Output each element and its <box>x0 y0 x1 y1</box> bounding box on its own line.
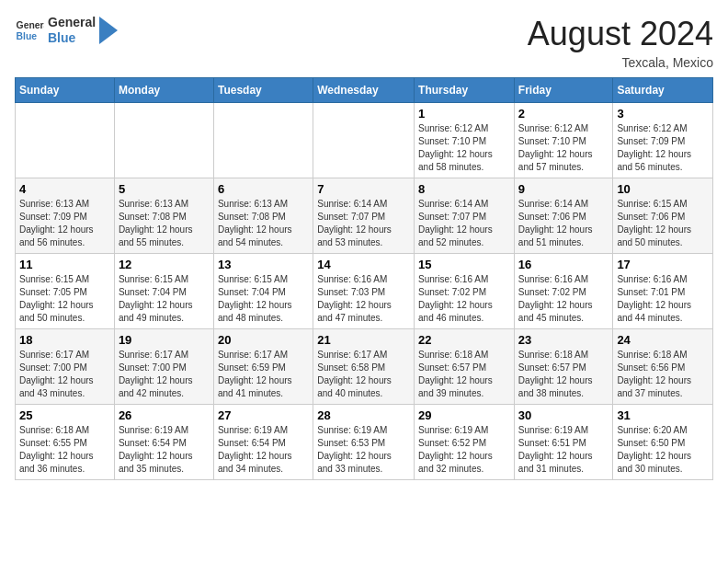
day-info: Sunrise: 6:19 AM Sunset: 6:51 PM Dayligh… <box>518 424 609 476</box>
calendar-cell: 28Sunrise: 6:19 AM Sunset: 6:53 PM Dayli… <box>313 405 415 480</box>
day-info: Sunrise: 6:16 AM Sunset: 7:03 PM Dayligh… <box>317 273 410 325</box>
logo-icon: General Blue <box>15 16 44 45</box>
day-number: 17 <box>617 258 709 271</box>
header-cell-sunday: Sunday <box>16 78 115 103</box>
calendar-cell: 3Sunrise: 6:12 AM Sunset: 7:09 PM Daylig… <box>613 103 713 178</box>
calendar-cell: 20Sunrise: 6:17 AM Sunset: 6:59 PM Dayli… <box>213 329 313 405</box>
calendar-cell: 10Sunrise: 6:15 AM Sunset: 7:06 PM Dayli… <box>613 178 713 254</box>
day-info: Sunrise: 6:16 AM Sunset: 7:02 PM Dayligh… <box>518 273 609 325</box>
day-info: Sunrise: 6:18 AM Sunset: 6:57 PM Dayligh… <box>518 349 609 400</box>
day-number: 15 <box>418 258 510 271</box>
day-info: Sunrise: 6:15 AM Sunset: 7:04 PM Dayligh… <box>218 273 309 325</box>
header-cell-friday: Friday <box>514 78 613 103</box>
header-cell-wednesday: Wednesday <box>313 78 415 103</box>
logo-line1: General <box>48 15 96 30</box>
day-number: 12 <box>119 258 210 271</box>
day-info: Sunrise: 6:16 AM Sunset: 7:01 PM Dayligh… <box>617 273 709 325</box>
day-number: 25 <box>19 408 110 422</box>
calendar-cell: 25Sunrise: 6:18 AM Sunset: 6:55 PM Dayli… <box>16 405 115 480</box>
day-info: Sunrise: 6:17 AM Sunset: 7:00 PM Dayligh… <box>119 349 210 400</box>
calendar-cell <box>313 103 415 178</box>
day-info: Sunrise: 6:20 AM Sunset: 6:50 PM Dayligh… <box>617 424 709 476</box>
day-number: 1 <box>418 107 510 121</box>
calendar-cell: 7Sunrise: 6:14 AM Sunset: 7:07 PM Daylig… <box>313 178 415 254</box>
day-number: 5 <box>119 182 210 196</box>
day-info: Sunrise: 6:12 AM Sunset: 7:10 PM Dayligh… <box>418 122 510 174</box>
day-number: 21 <box>317 333 410 347</box>
day-info: Sunrise: 6:13 AM Sunset: 7:08 PM Dayligh… <box>218 198 309 249</box>
day-info: Sunrise: 6:18 AM Sunset: 6:55 PM Dayligh… <box>19 424 110 476</box>
day-info: Sunrise: 6:17 AM Sunset: 6:59 PM Dayligh… <box>218 349 309 400</box>
day-info: Sunrise: 6:18 AM Sunset: 6:57 PM Dayligh… <box>418 349 510 400</box>
day-number: 8 <box>418 182 510 196</box>
logo: General Blue General Blue <box>15 15 118 46</box>
svg-text:General: General <box>17 20 44 30</box>
calendar-cell: 22Sunrise: 6:18 AM Sunset: 6:57 PM Dayli… <box>415 329 515 405</box>
calendar-cell <box>16 103 115 178</box>
calendar-cell <box>114 103 213 178</box>
day-number: 10 <box>617 182 709 196</box>
day-info: Sunrise: 6:17 AM Sunset: 7:00 PM Dayligh… <box>19 349 110 400</box>
calendar-cell: 26Sunrise: 6:19 AM Sunset: 6:54 PM Dayli… <box>114 405 213 480</box>
month-year-title: August 2024 <box>528 15 713 53</box>
day-number: 19 <box>119 333 210 347</box>
day-number: 3 <box>617 107 709 121</box>
day-info: Sunrise: 6:15 AM Sunset: 7:06 PM Dayligh… <box>617 198 709 249</box>
calendar-body: 1Sunrise: 6:12 AM Sunset: 7:10 PM Daylig… <box>16 103 713 480</box>
day-info: Sunrise: 6:13 AM Sunset: 7:08 PM Dayligh… <box>119 198 210 249</box>
svg-marker-3 <box>99 17 118 44</box>
day-number: 11 <box>19 258 110 271</box>
day-info: Sunrise: 6:13 AM Sunset: 7:09 PM Dayligh… <box>19 198 110 249</box>
day-number: 7 <box>317 182 410 196</box>
calendar-cell: 18Sunrise: 6:17 AM Sunset: 7:00 PM Dayli… <box>16 329 115 405</box>
day-info: Sunrise: 6:19 AM Sunset: 6:54 PM Dayligh… <box>119 424 210 476</box>
calendar-cell: 13Sunrise: 6:15 AM Sunset: 7:04 PM Dayli… <box>213 254 313 329</box>
calendar-cell: 1Sunrise: 6:12 AM Sunset: 7:10 PM Daylig… <box>415 103 515 178</box>
calendar-cell: 24Sunrise: 6:18 AM Sunset: 6:56 PM Dayli… <box>613 329 713 405</box>
day-number: 20 <box>218 333 309 347</box>
header-cell-tuesday: Tuesday <box>213 78 313 103</box>
day-number: 30 <box>518 408 609 422</box>
calendar-cell: 15Sunrise: 6:16 AM Sunset: 7:02 PM Dayli… <box>415 254 515 329</box>
calendar-cell: 21Sunrise: 6:17 AM Sunset: 6:58 PM Dayli… <box>313 329 415 405</box>
day-info: Sunrise: 6:17 AM Sunset: 6:58 PM Dayligh… <box>317 349 410 400</box>
day-info: Sunrise: 6:19 AM Sunset: 6:52 PM Dayligh… <box>418 424 510 476</box>
logo-arrow-icon <box>99 17 118 44</box>
day-number: 29 <box>418 408 510 422</box>
day-number: 31 <box>617 408 709 422</box>
calendar-cell: 23Sunrise: 6:18 AM Sunset: 6:57 PM Dayli… <box>514 329 613 405</box>
calendar-cell: 11Sunrise: 6:15 AM Sunset: 7:05 PM Dayli… <box>16 254 115 329</box>
day-number: 26 <box>119 408 210 422</box>
header-cell-monday: Monday <box>114 78 213 103</box>
calendar-week-5: 25Sunrise: 6:18 AM Sunset: 6:55 PM Dayli… <box>16 405 713 480</box>
calendar-week-3: 11Sunrise: 6:15 AM Sunset: 7:05 PM Dayli… <box>16 254 713 329</box>
day-number: 24 <box>617 333 709 347</box>
calendar-header: SundayMondayTuesdayWednesdayThursdayFrid… <box>16 78 713 103</box>
calendar-cell: 6Sunrise: 6:13 AM Sunset: 7:08 PM Daylig… <box>213 178 313 254</box>
calendar-week-1: 1Sunrise: 6:12 AM Sunset: 7:10 PM Daylig… <box>16 103 713 178</box>
calendar-cell: 16Sunrise: 6:16 AM Sunset: 7:02 PM Dayli… <box>514 254 613 329</box>
calendar-cell: 12Sunrise: 6:15 AM Sunset: 7:04 PM Dayli… <box>114 254 213 329</box>
header-cell-saturday: Saturday <box>613 78 713 103</box>
day-number: 23 <box>518 333 609 347</box>
day-info: Sunrise: 6:19 AM Sunset: 6:53 PM Dayligh… <box>317 424 410 476</box>
day-info: Sunrise: 6:19 AM Sunset: 6:54 PM Dayligh… <box>218 424 309 476</box>
calendar-cell: 2Sunrise: 6:12 AM Sunset: 7:10 PM Daylig… <box>514 103 613 178</box>
page-header: General Blue General Blue August 2024 Te… <box>15 15 713 70</box>
header-cell-thursday: Thursday <box>415 78 515 103</box>
day-number: 2 <box>518 107 609 121</box>
calendar-cell <box>213 103 313 178</box>
svg-text:Blue: Blue <box>17 30 38 40</box>
logo-line2: Blue <box>48 30 96 46</box>
day-number: 6 <box>218 182 309 196</box>
calendar-cell: 5Sunrise: 6:13 AM Sunset: 7:08 PM Daylig… <box>114 178 213 254</box>
location-subtitle: Texcala, Mexico <box>528 55 713 70</box>
calendar-cell: 31Sunrise: 6:20 AM Sunset: 6:50 PM Dayli… <box>613 405 713 480</box>
calendar-cell: 17Sunrise: 6:16 AM Sunset: 7:01 PM Dayli… <box>613 254 713 329</box>
day-info: Sunrise: 6:18 AM Sunset: 6:56 PM Dayligh… <box>617 349 709 400</box>
day-number: 28 <box>317 408 410 422</box>
day-info: Sunrise: 6:15 AM Sunset: 7:04 PM Dayligh… <box>119 273 210 325</box>
calendar-cell: 27Sunrise: 6:19 AM Sunset: 6:54 PM Dayli… <box>213 405 313 480</box>
day-number: 22 <box>418 333 510 347</box>
day-info: Sunrise: 6:12 AM Sunset: 7:09 PM Dayligh… <box>617 122 709 174</box>
